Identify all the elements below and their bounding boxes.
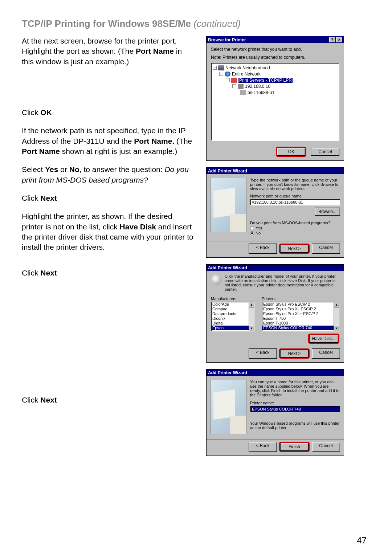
cancel-button[interactable]: Cancel (312, 442, 340, 452)
path-label: Network path or queue name: (250, 194, 340, 198)
instruction-column: At the next screen, browse for the print… (22, 36, 195, 462)
scroll-up-icon[interactable]: ▲ (249, 302, 254, 307)
tree-node-network-neighborhood[interactable]: − Network Neighborhood (213, 65, 338, 71)
list-item[interactable]: Dataproducts (211, 311, 254, 316)
list-item[interactable]: Epson Stylus Pro ESC/P 2 (262, 302, 339, 307)
network-tree[interactable]: − Network Neighborhood − Entire Network … (211, 63, 339, 141)
heading-title: TCP/IP Printing for Windows 98SE/Me (22, 18, 191, 29)
dlg1-title: Browse for Printer (208, 37, 246, 42)
finish-button[interactable]: Finish (280, 443, 309, 451)
globe-icon (225, 72, 230, 77)
dlg2-titlebar: Add Printer Wizard (207, 168, 344, 174)
instr-p7: Click Next (22, 268, 195, 278)
list-item[interactable]: Diconix (211, 316, 254, 321)
mfg-label: Manufacturers: (211, 297, 254, 301)
list-item[interactable]: Digital (211, 321, 254, 326)
scroll-down-icon[interactable]: ▼ (249, 326, 254, 331)
expander-icon[interactable]: − (232, 84, 236, 88)
list-item[interactable]: ColorAge (211, 302, 254, 307)
computer-icon (238, 84, 244, 89)
printer-icon (240, 90, 246, 95)
list-item[interactable]: Compaq (211, 307, 254, 311)
radio-icon (250, 226, 254, 230)
network-icon (231, 78, 237, 83)
dlg4-title: Add Printer Wizard (208, 370, 247, 375)
cancel-button[interactable]: Cancel (312, 348, 340, 359)
dlg4-titlebar: Add Printer Wizard (207, 370, 344, 376)
dlg1-line1: Select the network printer that you want… (211, 47, 339, 52)
instr-p2: Click OK (22, 107, 195, 118)
page-heading: TCP/IP Printing for Windows 98SE/Me (con… (22, 18, 370, 29)
dlg3-desc: Click the manufacturer and model of your… (225, 274, 339, 291)
cancel-button[interactable]: Cancel (312, 244, 340, 254)
instr-p6: Highlight the printer, as shown. If the … (22, 211, 195, 252)
disk-icon (211, 274, 222, 285)
list-item[interactable]: Epson T-750 (262, 316, 339, 321)
path-input[interactable]: \\192.168.0.10\ps-116688-u1 (250, 199, 340, 205)
tree-node-ip[interactable]: − 192.168.0.10 (213, 83, 338, 89)
instr-p5: Click Next (22, 193, 195, 203)
wizard-graphic (210, 380, 246, 434)
help-icon[interactable]: ? (329, 37, 335, 42)
dlg2-desc: Type the network path or the queue name … (250, 178, 340, 191)
back-button[interactable]: < Back (249, 348, 277, 359)
dlg1-line2: Note: Printers are usually attached to c… (211, 55, 339, 60)
manufacturers-list[interactable]: ColorAgeCompaqDataproductsDiconixDigital… (211, 302, 254, 331)
list-item[interactable]: Epson Stylus Pro XL ESC/P 2 (262, 307, 339, 311)
dlg3-title: Add Printer Wizard (208, 265, 247, 270)
expander-icon[interactable]: − (213, 66, 217, 70)
instr-p4: Select Yes or No, to answer the question… (22, 164, 195, 185)
instr-p8: Click Next (22, 395, 195, 405)
instr-p3: If the network path is not specified, ty… (22, 126, 195, 156)
scroll-down-icon[interactable]: ▼ (334, 326, 339, 331)
scroll-up-icon[interactable]: ▲ (334, 302, 339, 307)
scrollbar[interactable]: ▲ ▼ (249, 302, 254, 331)
dlg4-desc: You can type a name for this printer, or… (250, 380, 340, 397)
dlg1-titlebar: Browse for Printer ? × (207, 36, 344, 43)
dlg4-note: Your Windows-based programs will use thi… (250, 421, 340, 430)
back-button[interactable]: < Back (249, 442, 277, 452)
expander-icon[interactable]: − (219, 72, 223, 76)
radio-yes[interactable]: Yes (250, 226, 340, 230)
printers-list[interactable]: Epson Stylus Pro ESC/P 2Epson Stylus Pro… (262, 302, 339, 331)
instr-p1: At the next screen, browse for the print… (22, 36, 195, 67)
list-item[interactable]: Epson T-1000 (262, 321, 339, 326)
list-item[interactable]: Epson Stylus Pro XL+ ESC/P 2 (262, 311, 339, 316)
browse-for-printer-dialog: Browse for Printer ? × Select the networ… (206, 36, 344, 161)
close-icon[interactable]: × (336, 37, 342, 42)
browse-button[interactable]: Browse... (315, 208, 340, 216)
expander-icon[interactable]: − (226, 78, 230, 82)
have-disk-button[interactable]: Have Disk... (309, 335, 338, 343)
list-item[interactable]: EPSON Stylus COLOR 740 (262, 326, 339, 330)
dlg2-title: Add Printer Wizard (208, 168, 247, 174)
list-item[interactable]: Fujitsu (211, 330, 254, 331)
scrollbar[interactable]: ▲ ▼ (334, 302, 339, 331)
next-button[interactable]: Next > (280, 245, 309, 253)
have-disk-highlight: Have Disk... (308, 334, 339, 344)
finish-highlight: Finish (279, 442, 310, 452)
tree-selected-label: Print Servers - TCP/IP LPR (238, 78, 293, 83)
list-item[interactable]: Epson (211, 326, 254, 330)
tree-node-print-servers[interactable]: − Print Servers - TCP/IP LPR (213, 77, 338, 83)
cancel-button[interactable]: Cancel (311, 148, 339, 156)
ok-highlight: OK (276, 147, 306, 157)
next-button[interactable]: Next > (280, 350, 309, 358)
next-highlight: Next > (279, 348, 310, 359)
wizard-graphic (210, 178, 246, 232)
tree-node-entire-network[interactable]: − Entire Network (213, 71, 338, 77)
dlg3-titlebar: Add Printer Wizard (207, 265, 344, 271)
radio-icon (250, 231, 254, 235)
radio-no[interactable]: No (250, 231, 340, 235)
page-number: 47 (357, 535, 367, 546)
dlg2-question: Do you print from MS-DOS-based programs? (250, 221, 340, 225)
network-neighborhood-icon (218, 65, 224, 70)
add-printer-wizard-driver-dialog: Add Printer Wizard Click the manufacture… (206, 264, 344, 363)
add-printer-wizard-name-dialog: Add Printer Wizard You can type a name f… (206, 369, 344, 456)
prn-label: Printers: (262, 297, 339, 301)
ok-button[interactable]: OK (277, 148, 305, 156)
tree-node-port[interactable]: ps-116688-u1 (213, 89, 338, 95)
back-button[interactable]: < Back (249, 244, 277, 254)
add-printer-wizard-path-dialog: Add Printer Wizard Type the network path… (206, 167, 344, 258)
next-highlight: Next > (279, 244, 310, 254)
printer-name-input[interactable]: EPSON Stylus COLOR 740 (250, 406, 340, 412)
